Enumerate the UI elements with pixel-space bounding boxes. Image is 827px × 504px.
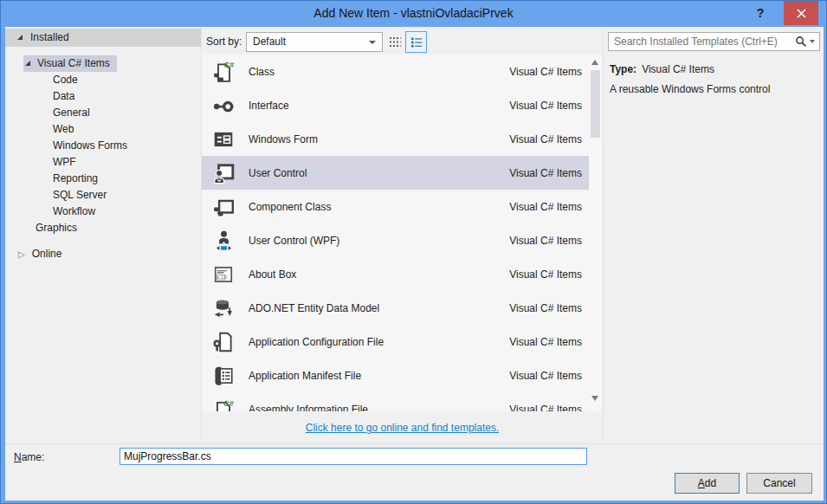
application-configuration-icon	[212, 331, 235, 353]
sidebar-item-sql-server[interactable]: SQL Server	[5, 187, 201, 204]
template-name: Application Configuration File	[249, 336, 384, 348]
tree-label: Reporting	[53, 172, 98, 184]
tree-label: Code	[53, 74, 78, 86]
sort-by-label: Sort by:	[206, 36, 242, 48]
add-button[interactable]: Add	[675, 473, 740, 494]
template-item-application-configuration-file[interactable]: Application Configuration File Visual C#…	[202, 325, 589, 359]
tree-label: Visual C# Items	[37, 57, 110, 69]
template-item-user-control-wpf[interactable]: User Control (WPF) Visual C# Items	[202, 223, 589, 257]
scroll-down-icon[interactable]	[591, 396, 598, 401]
template-name: Interface	[249, 100, 289, 112]
template-item-component-class[interactable]: Component Class Visual C# Items	[202, 190, 589, 223]
tree-label: General	[53, 107, 90, 119]
name-input[interactable]	[120, 448, 587, 465]
sidebar-item-wpf[interactable]: WPF	[5, 154, 201, 171]
sidebar-item-online[interactable]: ▷Online	[5, 246, 201, 262]
tree-label: Data	[53, 90, 74, 102]
template-item-user-control[interactable]: User Control Visual C# Items	[202, 156, 589, 190]
template-category: Visual C# Items	[509, 66, 582, 78]
collapsed-arrow-icon: ▷	[18, 246, 25, 262]
template-item-interface[interactable]: Interface Visual C# Items	[202, 88, 589, 122]
sidebar-item-workflow[interactable]: Workflow	[5, 204, 201, 220]
search-icon[interactable]	[795, 36, 815, 48]
class-icon: C#	[212, 61, 235, 83]
assembly-information-icon: C#	[212, 398, 235, 412]
list-view-button[interactable]	[405, 31, 427, 53]
interface-icon	[212, 94, 235, 117]
template-category: Visual C# Items	[509, 100, 582, 112]
sort-by-dropdown[interactable]: Default	[246, 32, 383, 52]
close-button[interactable]	[784, 1, 818, 25]
cancel-button[interactable]: Cancel	[746, 473, 812, 494]
tree-label: Graphics	[36, 222, 77, 234]
details-divider	[603, 29, 604, 443]
list-view-icon	[409, 35, 424, 50]
template-item-class[interactable]: C# Class Visual C# Items	[202, 55, 589, 88]
scrollbar-thumb[interactable]	[591, 70, 600, 138]
tree-label: Web	[53, 123, 74, 135]
add-button-rest: dd	[705, 477, 716, 489]
small-icons-view-button[interactable]	[387, 34, 404, 50]
sort-by-value: Default	[253, 36, 286, 48]
template-description: A reusable Windows Forms control	[610, 83, 770, 95]
template-item-windows-form[interactable]: Windows Form Visual C# Items	[202, 122, 589, 156]
type-label: Type:	[610, 63, 636, 75]
tree-label: Online	[32, 248, 62, 260]
sidebar-item-graphics[interactable]: Graphics	[5, 220, 201, 236]
template-category: Visual C# Items	[509, 201, 582, 213]
sidebar-item-windows-forms[interactable]: Windows Forms	[5, 138, 201, 154]
template-name: User Control	[249, 167, 307, 179]
template-category: Visual C# Items	[509, 302, 582, 314]
template-name: Application Manifest File	[249, 370, 361, 382]
list-scrollbar[interactable]	[589, 55, 602, 411]
template-item-ado-net-entity-data-model[interactable]: ADO.NET Entity Data Model Visual C# Item…	[202, 291, 589, 325]
template-category: Visual C# Items	[509, 336, 582, 348]
add-new-item-dialog: Add New Item - vlastniOvladaciPrvek ? In…	[0, 0, 827, 504]
template-category: Visual C# Items	[509, 235, 582, 247]
search-input[interactable]	[609, 36, 795, 48]
template-item-about-box[interactable]: v. 1.0 About Box Visual C# Items	[202, 257, 589, 291]
sidebar-item-reporting[interactable]: Reporting	[5, 171, 201, 187]
template-category: Visual C# Items	[509, 268, 582, 281]
help-button[interactable]: ?	[748, 2, 772, 25]
template-item-application-manifest-file[interactable]: Application Manifest File Visual C# Item…	[202, 359, 589, 392]
name-label-mnemonic: N	[14, 451, 22, 463]
sidebar-item-installed[interactable]: Installed	[5, 29, 201, 47]
grid-view-icon	[387, 34, 404, 50]
template-category: Visual C# Items	[509, 370, 582, 382]
sidebar-item-visual-csharp-items[interactable]: Visual C# Items	[5, 55, 201, 72]
sidebar-item-general[interactable]: General	[5, 105, 201, 121]
template-type-row: Type:Visual C# Items	[610, 63, 714, 75]
user-control-wpf-icon	[212, 229, 235, 252]
type-value: Visual C# Items	[642, 63, 714, 75]
expanded-arrow-icon	[25, 61, 30, 66]
tree-label: WPF	[53, 156, 76, 168]
sidebar-item-code[interactable]: Code	[5, 72, 201, 88]
template-category: Visual C# Items	[509, 133, 582, 145]
sidebar-item-web[interactable]: Web	[5, 121, 201, 138]
cancel-button-label: Cancel	[763, 477, 795, 489]
template-item-assembly-information-file[interactable]: C# Assembly Information File Visual C# I…	[202, 392, 589, 411]
template-name: Windows Form	[249, 133, 318, 145]
scroll-up-icon[interactable]	[591, 60, 598, 65]
about-box-icon: v. 1.0	[212, 263, 235, 286]
svg-text:C#: C#	[223, 398, 234, 407]
template-name: User Control (WPF)	[249, 235, 339, 247]
application-manifest-icon	[212, 365, 235, 387]
footer-divider	[5, 443, 824, 444]
template-category: Visual C# Items	[509, 167, 582, 179]
titlebar[interactable]: Add New Item - vlastniOvladaciPrvek ?	[1, 1, 826, 27]
sidebar-item-data[interactable]: Data	[5, 88, 201, 105]
template-name: Assembly Information File	[249, 404, 368, 412]
search-box[interactable]	[608, 32, 820, 51]
name-label-rest: ame:	[22, 451, 45, 463]
name-label: Name:	[14, 449, 44, 466]
go-online-link[interactable]: Click here to go online and find templat…	[306, 422, 499, 434]
help-icon: ?	[757, 6, 765, 20]
template-category: Visual C# Items	[509, 404, 582, 412]
tree-label: SQL Server	[53, 189, 107, 201]
tree-selection: Visual C# Items	[23, 55, 117, 72]
dialog-title: Add New Item - vlastniOvladaciPrvek	[1, 1, 826, 26]
dialog-content: Installed Visual C# Items Code Data Gene…	[5, 27, 824, 501]
close-icon	[797, 9, 806, 18]
